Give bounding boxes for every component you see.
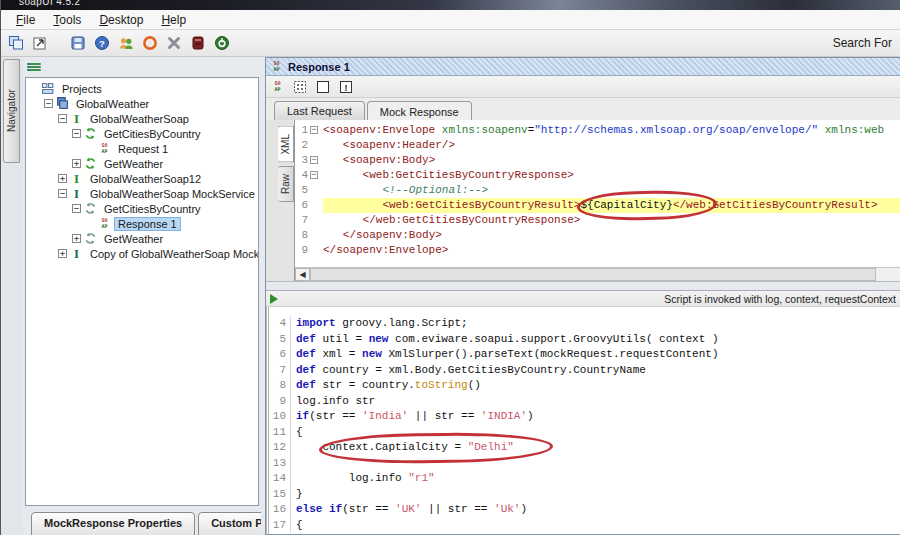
code-segment: xmlns:soapenv bbox=[442, 124, 528, 136]
tree-item-getweather[interactable]: +GetWeather bbox=[26, 156, 258, 171]
tree-item-getcitiesbycountry[interactable]: −GetCitiesByCountry bbox=[26, 201, 258, 216]
xml-line-2[interactable]: 2 <soapenv:Header/> bbox=[295, 138, 900, 153]
editor-tab-raw[interactable]: Raw bbox=[278, 166, 294, 202]
expander-plus-icon[interactable]: + bbox=[58, 249, 67, 258]
create-empty-button[interactable] bbox=[315, 79, 330, 94]
starter-page-icon[interactable] bbox=[213, 34, 231, 52]
soapui-window: soapUI 4.5.2 FileToolsDesktopHelp ? Sear… bbox=[0, 0, 900, 535]
menu-help[interactable]: Help bbox=[152, 12, 195, 28]
expander-minus-icon[interactable]: − bbox=[58, 114, 67, 123]
code-text: import groovy.lang.Script; bbox=[296, 316, 900, 332]
scrollbar-track[interactable] bbox=[310, 268, 900, 281]
project-tree[interactable]: Projects−GlobalWeather−IGlobalWeatherSoa… bbox=[25, 77, 259, 506]
preferences-icon[interactable] bbox=[165, 34, 183, 52]
groovy-script-editor[interactable]: __ ____ ___ ____ _____ __ ___ ____ __4im… bbox=[266, 307, 900, 534]
monitor-icon[interactable] bbox=[189, 34, 207, 52]
tab-last-request[interactable]: Last Request bbox=[274, 101, 365, 120]
tree-options-icon[interactable] bbox=[27, 62, 41, 72]
expander-plus-icon[interactable]: + bbox=[72, 234, 81, 243]
menu-tools[interactable]: Tools bbox=[44, 12, 90, 28]
code-text: log.info str bbox=[296, 394, 900, 410]
tab-mock-response[interactable]: Mock Response bbox=[367, 101, 472, 121]
tree-item-projects[interactable]: Projects bbox=[26, 81, 258, 96]
script-line-6[interactable]: 6def xml = new XmlSlurper().parseText(mo… bbox=[269, 347, 900, 363]
script-line-10[interactable]: 10if(str == 'India' || str == 'INDIA') bbox=[269, 409, 900, 425]
code-segment: context.CaptialCity = bbox=[296, 441, 468, 453]
tree-item-copy-of-globalweathersoap-mockservice[interactable]: +ICopy of GlobalWeatherSoap MockService bbox=[26, 246, 258, 261]
menu-desktop[interactable]: Desktop bbox=[90, 12, 152, 28]
menu-file[interactable]: File bbox=[7, 12, 44, 28]
script-splitter[interactable] bbox=[266, 282, 900, 290]
response-window-title: Response 1 bbox=[288, 61, 350, 73]
project-icon bbox=[56, 97, 69, 110]
tab-mockresponse-properties[interactable]: MockResponse Properties bbox=[31, 512, 195, 535]
navigator-tab[interactable]: Navigator bbox=[3, 59, 20, 163]
response-window-titlebar[interactable]: SOAP Response 1 bbox=[266, 58, 900, 76]
xml-line-5[interactable]: 5 <!--Optional:--> bbox=[295, 183, 900, 198]
script-line-5[interactable]: 5def util = new com.eviware.soapui.suppo… bbox=[269, 332, 900, 348]
save-all-icon[interactable] bbox=[69, 34, 87, 52]
fold-toggle-icon[interactable]: − bbox=[310, 153, 323, 168]
script-line-14[interactable]: 14 log.info "r1" bbox=[269, 471, 900, 487]
script-line-12[interactable]: 12 context.CaptialCity = "Delhi" bbox=[269, 440, 900, 456]
expander-minus-icon[interactable]: − bbox=[72, 129, 81, 138]
create-fault-button[interactable]: ! bbox=[338, 79, 353, 94]
code-segment: (str == bbox=[342, 503, 395, 515]
script-line-4[interactable]: 4import groovy.lang.Script; bbox=[269, 316, 900, 332]
fold-toggle-icon[interactable]: − bbox=[310, 168, 323, 183]
help-icon[interactable]: ? bbox=[93, 34, 111, 52]
xml-line-6[interactable]: 6 <web:GetCitiesByCountryResult>${Capita… bbox=[295, 198, 900, 213]
expander-minus-icon[interactable]: − bbox=[44, 99, 53, 108]
code-text: <soapenv:Header/> bbox=[323, 138, 900, 153]
script-line-9[interactable]: 9log.info str bbox=[269, 394, 900, 410]
expander-plus-icon[interactable]: + bbox=[58, 174, 67, 183]
script-line-17[interactable]: 17{ bbox=[269, 518, 900, 534]
tree-item-globalweathersoap[interactable]: −IGlobalWeatherSoap bbox=[26, 111, 258, 126]
xml-line-9[interactable]: 9</soapenv:Envelope> bbox=[295, 243, 900, 258]
code-text: <soapenv:Envelope xmlns:soapenv="http://… bbox=[323, 123, 900, 138]
tree-item-getcitiesbycountry[interactable]: −GetCitiesByCountry bbox=[26, 126, 258, 141]
browser-icon[interactable] bbox=[141, 34, 159, 52]
editor-tab-xml[interactable]: XML bbox=[278, 126, 294, 163]
code-segment: </web:GetCitiesByCountryResponse> bbox=[363, 214, 581, 226]
xml-line-4[interactable]: 4− <web:GetCitiesByCountryResponse> bbox=[295, 168, 900, 183]
fold-spacer bbox=[310, 198, 323, 213]
window-titlebar[interactable]: soapUI 4.5.2 bbox=[1, 0, 900, 10]
expander-minus-icon[interactable]: − bbox=[72, 204, 81, 213]
scroll-left-arrow-icon[interactable]: ◀ bbox=[295, 268, 310, 281]
code-segment: def bbox=[296, 348, 316, 360]
tree-item-globalweather[interactable]: −GlobalWeather bbox=[26, 96, 258, 111]
expander-minus-icon[interactable]: − bbox=[58, 189, 67, 198]
code-text bbox=[296, 456, 900, 472]
xml-editor[interactable]: 1−<soapenv:Envelope xmlns:soapenv="http:… bbox=[295, 120, 900, 267]
recreate-response-button[interactable] bbox=[292, 79, 307, 94]
script-line-8[interactable]: 8def str = country.toString() bbox=[269, 378, 900, 394]
script-line-16[interactable]: 16else if(str == 'UK' || str == 'Uk') bbox=[269, 502, 900, 518]
line-number: 5 bbox=[269, 332, 291, 348]
xml-line-7[interactable]: 7 </web:GetCitiesByCountryResponse> bbox=[295, 213, 900, 228]
tree-item-globalweathersoap-mockservice[interactable]: −IGlobalWeatherSoap MockService bbox=[26, 186, 258, 201]
code-segment: <soapenv:Envelope bbox=[323, 124, 435, 136]
forum-icon[interactable] bbox=[117, 34, 135, 52]
projects-icon bbox=[42, 82, 55, 95]
new-workspace-icon[interactable] bbox=[7, 34, 25, 52]
xml-line-1[interactable]: 1−<soapenv:Envelope xmlns:soapenv="http:… bbox=[295, 123, 900, 138]
tree-item-globalweathersoap12[interactable]: +IGlobalWeatherSoap12 bbox=[26, 171, 258, 186]
script-line-13[interactable]: 13 bbox=[269, 456, 900, 472]
xml-horizontal-scrollbar[interactable]: ◀ bbox=[295, 267, 900, 281]
script-line-11[interactable]: 11{ bbox=[269, 425, 900, 441]
tree-item-label: GetWeather bbox=[101, 233, 166, 245]
scrollbar-thumb[interactable] bbox=[310, 268, 876, 281]
script-line-7[interactable]: 7def country = xml.Body.GetCitiesByCount… bbox=[269, 363, 900, 379]
tree-item-request-1[interactable]: SOAPRequest 1 bbox=[26, 141, 258, 156]
xml-line-3[interactable]: 3− <soapenv:Body> bbox=[295, 153, 900, 168]
fold-toggle-icon[interactable]: − bbox=[310, 123, 323, 138]
tree-item-getweather[interactable]: +GetWeather bbox=[26, 231, 258, 246]
tree-item-response-1[interactable]: SOAPResponse 1 bbox=[26, 216, 258, 231]
script-line-15[interactable]: 15} bbox=[269, 487, 900, 503]
code-segment: import bbox=[296, 317, 336, 329]
xml-line-8[interactable]: 8 </soapenv:Body> bbox=[295, 228, 900, 243]
import-workspace-icon[interactable] bbox=[31, 34, 49, 52]
expander-plus-icon[interactable]: + bbox=[72, 159, 81, 168]
run-script-button[interactable] bbox=[270, 294, 278, 304]
